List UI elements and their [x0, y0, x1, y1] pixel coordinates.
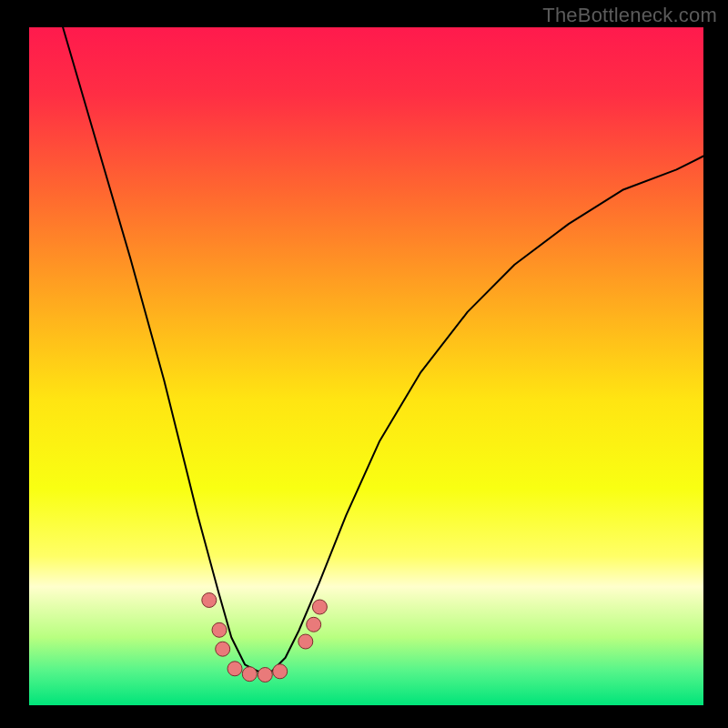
- marker-point: [228, 662, 242, 676]
- marker-point: [298, 634, 313, 649]
- bottleneck-chart: [0, 0, 728, 728]
- marker-point: [258, 668, 272, 682]
- chart-frame: { "watermark": { "text": "TheBottleneck.…: [0, 0, 728, 728]
- marker-point: [312, 600, 327, 614]
- watermark-text: TheBottleneck.com: [542, 4, 717, 27]
- plot-background: [29, 27, 703, 705]
- marker-point: [307, 617, 321, 632]
- marker-point: [216, 642, 230, 656]
- marker-point: [212, 622, 227, 637]
- marker-point: [273, 664, 288, 679]
- marker-point: [202, 593, 217, 608]
- marker-point: [242, 667, 257, 682]
